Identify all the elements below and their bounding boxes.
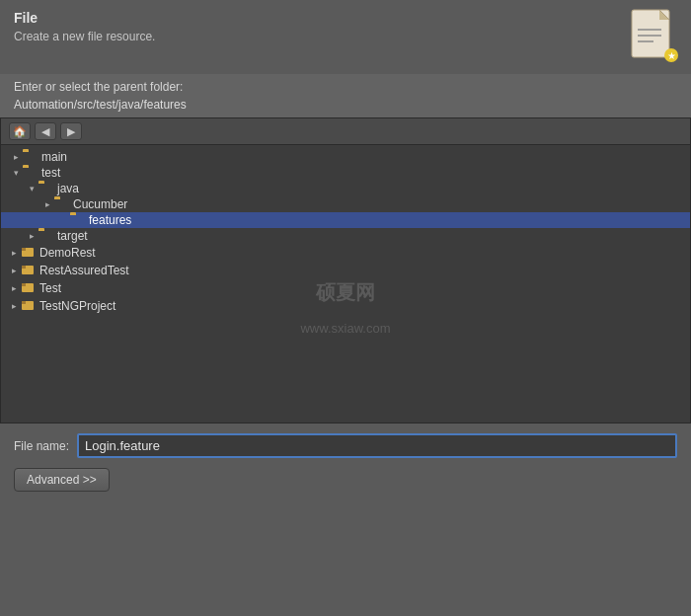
tree-item-test2[interactable]: Test [1,279,690,297]
tree-item-main[interactable]: main [1,149,690,165]
project-icon-testngproject [21,298,37,314]
tree-label-main: main [41,150,67,164]
tree-label-demorest: DemoRest [39,246,96,260]
tree-item-test[interactable]: test [1,165,690,181]
svg-rect-13 [22,283,26,286]
dialog-subtitle: Create a new file resource. [14,30,677,43]
folder-label-section: Enter or select the parent folder: Autom… [0,74,691,117]
svg-rect-11 [22,266,26,269]
svg-rect-15 [22,301,26,304]
project-icon-demorest [21,245,37,261]
bottom-section: File name: Advanced >> [0,424,691,501]
tree-wrapper: 🏠 ◀ ▶ main test java [0,117,691,424]
folder-icon-features [70,214,86,227]
tree-item-restassuredtest[interactable]: RestAssuredTest [1,262,690,279]
filename-input[interactable] [77,433,677,458]
tree-item-testngproject[interactable]: TestNGProject [1,297,690,315]
expand-arrow-testngproject [7,299,21,313]
folder-icon-cucumber [54,198,70,211]
expand-arrow-features [56,213,70,227]
advanced-button[interactable]: Advanced >> [14,468,110,492]
tree-item-features[interactable]: features [1,212,690,228]
folder-icon-test [23,167,38,180]
expand-arrow-restassuredtest [7,264,21,277]
tree-item-target[interactable]: target [1,228,690,244]
project-icon-test2 [21,280,37,296]
dialog-title: File [14,10,677,26]
tree-item-java[interactable]: java [1,181,690,196]
home-button[interactable]: 🏠 [9,122,31,140]
header-section: File Create a new file resource. ★ [0,0,691,74]
project-icon-restassuredtest [21,263,37,278]
expand-arrow-demorest [7,246,21,260]
tree-label-test2: Test [39,281,61,295]
expand-arrow-main [9,150,23,164]
tree-body: main test java Cucumber [1,145,690,319]
tree-item-demorest[interactable]: DemoRest [1,244,690,262]
folder-icon-target [38,230,54,243]
expand-arrow-test2 [7,281,21,295]
folder-label-text: Enter or select the parent folder: [14,80,677,94]
tree-label-java: java [57,182,79,195]
folder-tree[interactable]: 🏠 ◀ ▶ main test java [0,117,691,424]
filename-row: File name: [14,433,677,458]
folder-path-display: Automation/src/test/java/features [14,96,677,114]
tree-label-test: test [41,166,60,180]
tree-nav-bar: 🏠 ◀ ▶ [1,118,690,145]
forward-button[interactable]: ▶ [60,122,82,140]
expand-arrow-target [25,229,38,243]
tree-label-testngproject: TestNGProject [39,299,115,313]
svg-rect-9 [22,248,26,251]
folder-icon-java [38,183,54,195]
tree-label-target: target [57,229,88,243]
expand-arrow-cucumber [40,197,54,211]
svg-text:★: ★ [667,50,676,61]
filename-label: File name: [14,439,69,453]
tree-label-cucumber: Cucumber [73,197,127,211]
tree-label-features: features [89,213,131,227]
back-button[interactable]: ◀ [35,122,56,140]
file-icon: ★ [630,8,681,70]
folder-icon-main [23,151,38,164]
expand-arrow-java [25,182,38,195]
expand-arrow-test [9,166,23,180]
tree-label-restassuredtest: RestAssuredTest [39,264,129,277]
tree-item-cucumber[interactable]: Cucumber [1,196,690,212]
